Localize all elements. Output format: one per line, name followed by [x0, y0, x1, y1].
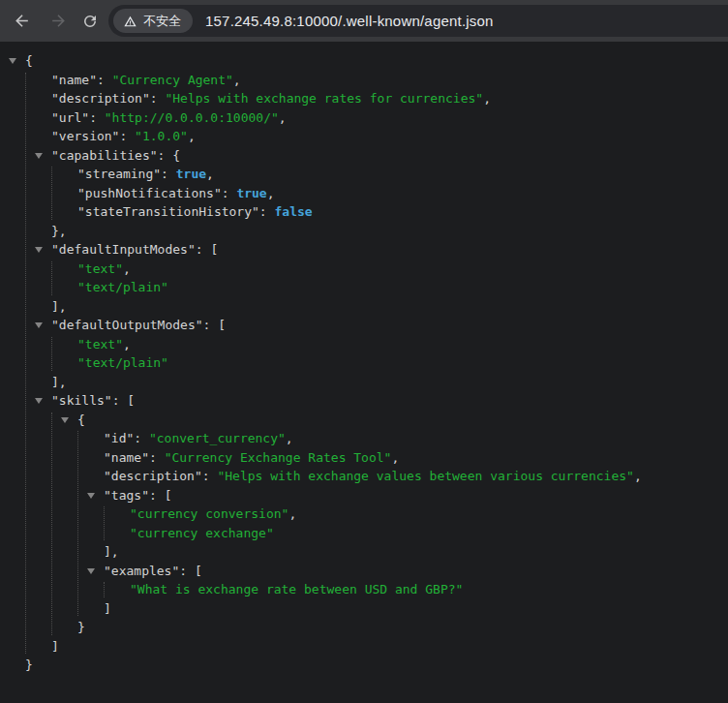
- json-line: "defaultInputModes": [: [0, 240, 728, 260]
- json-line: "skills": [: [0, 391, 728, 411]
- collapse-toggle-icon[interactable]: [61, 417, 69, 423]
- json-value: "What is exchange rate between USD and G…: [130, 582, 463, 596]
- json-bracket: },: [51, 224, 67, 238]
- json-key: "skills": [51, 393, 112, 408]
- forward-arrow-icon: [49, 12, 68, 30]
- json-key: "id": [104, 431, 134, 445]
- json-line: "tags": [: [0, 486, 728, 505]
- json-bracket: ]: [104, 601, 111, 616]
- json-value: "text/plain": [77, 355, 168, 370]
- json-key: "description": [51, 91, 150, 106]
- json-line: "pushNotifications": true,: [0, 184, 728, 203]
- json-value: "text": [77, 261, 123, 276]
- json-key: "defaultInputModes": [51, 242, 196, 257]
- json-line: "name": "Currency Agent",: [0, 71, 728, 90]
- json-value: "Helps with exchange values between vari…: [217, 469, 633, 483]
- json-viewer: {"name": "Currency Agent","description":…: [0, 42, 728, 703]
- json-line: "capabilities": {: [0, 146, 728, 166]
- json-line: ],: [0, 542, 728, 562]
- json-bracket: {: [77, 413, 85, 427]
- json-value: "text": [77, 337, 123, 352]
- back-arrow-icon: [13, 12, 31, 30]
- json-line: "description": "Helps with exchange rate…: [0, 89, 728, 108]
- json-line: "text",: [0, 260, 728, 279]
- json-line: "id": "convert_currency",: [0, 429, 728, 448]
- json-colon: :: [259, 204, 275, 219]
- json-comma: ,: [188, 129, 196, 143]
- json-bracket: [: [127, 393, 135, 408]
- forward-button[interactable]: [44, 7, 73, 36]
- json-colon: :: [222, 186, 237, 200]
- json-comma: ,: [279, 110, 287, 125]
- json-colon: :: [202, 469, 218, 483]
- json-key: "capabilities": [51, 148, 158, 163]
- collapse-toggle-icon[interactable]: [87, 568, 95, 574]
- json-comma: ,: [391, 450, 399, 465]
- security-chip[interactable]: 不安全: [113, 9, 193, 33]
- address-bar[interactable]: 不安全 157.245.49.8:10000/.well-known/agent…: [108, 5, 728, 37]
- back-button[interactable]: [7, 7, 36, 36]
- json-comma: ,: [123, 337, 131, 352]
- json-line: "defaultOutputModes": [: [0, 316, 728, 335]
- json-line: ]: [0, 599, 728, 619]
- json-key: "stateTransitionHistory": [77, 204, 259, 219]
- json-line: },: [0, 222, 728, 241]
- json-comma: ,: [206, 167, 214, 181]
- browser-window: 不安全 157.245.49.8:10000/.well-known/agent…: [0, 0, 728, 703]
- collapse-toggle-icon[interactable]: [35, 398, 43, 404]
- json-value: true: [236, 186, 266, 200]
- collapse-toggle-icon[interactable]: [35, 322, 43, 328]
- collapse-toggle-icon[interactable]: [9, 58, 16, 64]
- json-colon: :: [158, 148, 173, 163]
- json-bracket: {: [25, 53, 33, 68]
- json-key: "description": [104, 469, 202, 483]
- reload-icon: [81, 13, 99, 30]
- json-key: "url": [51, 110, 89, 125]
- collapse-toggle-icon[interactable]: [35, 153, 43, 159]
- json-line: "text/plain": [0, 353, 728, 373]
- json-colon: :: [179, 564, 195, 578]
- json-comma: ,: [267, 186, 275, 200]
- json-colon: :: [134, 431, 149, 445]
- json-value: "currency conversion": [130, 506, 288, 521]
- json-comma: ,: [233, 73, 241, 87]
- json-value: "Currency Exchange Rates Tool": [165, 450, 392, 465]
- json-bracket: ]: [51, 639, 59, 654]
- json-key: "examples": [104, 564, 179, 578]
- json-line: }: [0, 656, 728, 675]
- json-line: "version": "1.0.0",: [0, 127, 728, 146]
- json-value: "Currency Agent": [112, 73, 233, 87]
- json-line: "streaming": true,: [0, 165, 728, 184]
- collapse-toggle-icon[interactable]: [35, 247, 43, 253]
- json-bracket: }: [25, 657, 33, 672]
- json-colon: :: [97, 73, 112, 87]
- json-colon: :: [149, 488, 165, 503]
- json-line: }: [0, 618, 728, 637]
- json-line: "examples": [: [0, 562, 728, 581]
- json-key: "tags": [104, 488, 149, 503]
- json-bracket: }: [77, 620, 85, 634]
- json-line: "stateTransitionHistory": false: [0, 202, 728, 222]
- url-text[interactable]: 157.245.49.8:10000/.well-known/agent.jso…: [205, 13, 494, 29]
- json-bracket: {: [172, 148, 180, 163]
- json-value: "text/plain": [77, 280, 168, 294]
- json-colon: :: [161, 167, 176, 181]
- json-line: "url": "http://0.0.0.0:10000/",: [0, 108, 728, 128]
- json-line: "What is exchange rate between USD and G…: [0, 580, 728, 599]
- json-comma: ,: [483, 91, 491, 106]
- json-line: "description": "Helps with exchange valu…: [0, 467, 728, 486]
- json-comma: ,: [286, 431, 293, 445]
- json-line: "currency conversion",: [0, 504, 728, 524]
- json-bracket: ],: [51, 375, 67, 389]
- json-line: {: [0, 51, 728, 71]
- json-bracket: ],: [51, 299, 67, 314]
- json-comma: ,: [123, 261, 131, 276]
- json-value: "convert_currency": [149, 431, 286, 445]
- json-colon: :: [119, 129, 135, 143]
- json-bracket: ],: [104, 544, 119, 559]
- json-bracket: [: [195, 564, 202, 578]
- collapse-toggle-icon[interactable]: [87, 493, 95, 499]
- reload-button[interactable]: [76, 7, 105, 36]
- json-line: "text",: [0, 335, 728, 354]
- json-colon: :: [89, 110, 105, 125]
